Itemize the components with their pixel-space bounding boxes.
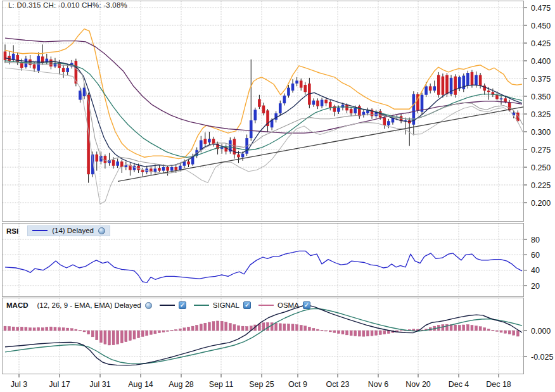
svg-text:80: 80 (531, 236, 540, 244)
svg-text:0.375: 0.375 (531, 75, 551, 84)
svg-text:Jul 3: Jul 3 (11, 380, 27, 389)
svg-text:0.400: 0.400 (531, 57, 551, 66)
macd-delayed-globe-icon[interactable] (145, 302, 152, 309)
rsi-params: (14) Delayed (52, 227, 94, 234)
osma-line-sample-icon (258, 305, 274, 306)
svg-text:Aug 28: Aug 28 (169, 380, 194, 389)
svg-text:0.275: 0.275 (531, 146, 551, 155)
svg-text:0.225: 0.225 (531, 181, 551, 190)
svg-text:0.475: 0.475 (531, 4, 551, 13)
quote-readout: L: D0.315 CH: -0.010 CH%: -3.08% (8, 1, 127, 9)
osma-label: OSMA (278, 301, 299, 309)
macd-line-sample-icon (160, 305, 175, 306)
signal-label: SIGNAL (213, 301, 239, 309)
chart-canvas[interactable]: 0.4750.4500.4250.4000.3750.3500.3250.300… (0, 0, 555, 392)
rsi-delayed-globe-icon[interactable] (98, 227, 105, 234)
osma-checkbox[interactable]: ✓ (303, 301, 310, 309)
signal-checkbox[interactable]: ✓ (243, 301, 251, 309)
svg-text:0.450: 0.450 (531, 22, 551, 30)
svg-text:0.000: 0.000 (531, 327, 551, 336)
svg-text:20: 20 (531, 282, 540, 291)
svg-text:Aug 14: Aug 14 (128, 380, 153, 389)
rsi-legend-box[interactable]: (14) Delayed (27, 225, 110, 236)
svg-text:0.250: 0.250 (531, 163, 551, 172)
macd-legend: MACD (12, 26, 9 - EMA, EMA) Delayed ✓ SI… (6, 301, 310, 309)
signal-line-sample-icon (194, 305, 209, 306)
svg-text:0.200: 0.200 (531, 199, 551, 208)
svg-text:40: 40 (531, 266, 540, 275)
svg-text:Oct 9: Oct 9 (288, 380, 307, 389)
svg-text:Dec 18: Dec 18 (486, 380, 511, 389)
svg-text:Sep 11: Sep 11 (209, 380, 234, 389)
macd-line-checkbox[interactable]: ✓ (179, 301, 186, 309)
svg-text:0.425: 0.425 (531, 39, 551, 48)
svg-text:Dec 4: Dec 4 (449, 380, 469, 389)
svg-text:Nov 20: Nov 20 (405, 380, 431, 389)
svg-text:-0.025: -0.025 (531, 353, 553, 362)
svg-text:0.325: 0.325 (531, 110, 551, 119)
svg-text:Oct 23: Oct 23 (326, 380, 350, 389)
rsi-label: RSI (6, 227, 18, 235)
svg-text:0.300: 0.300 (531, 128, 551, 137)
svg-text:Jul 31: Jul 31 (89, 380, 110, 389)
svg-text:Nov 6: Nov 6 (368, 380, 389, 389)
charting-app: 0.4750.4500.4250.4000.3750.3500.3250.300… (0, 0, 555, 392)
macd-label: MACD (6, 301, 29, 309)
svg-text:Sep 25: Sep 25 (249, 380, 274, 389)
svg-text:Jul 17: Jul 17 (49, 380, 70, 389)
macd-params: (12, 26, 9 - EMA, EMA) Delayed (37, 301, 141, 309)
rsi-legend: RSI (14) Delayed (6, 225, 110, 236)
svg-text:60: 60 (531, 251, 540, 260)
svg-text:0.350: 0.350 (531, 92, 551, 101)
rsi-line-sample-icon (32, 230, 48, 231)
